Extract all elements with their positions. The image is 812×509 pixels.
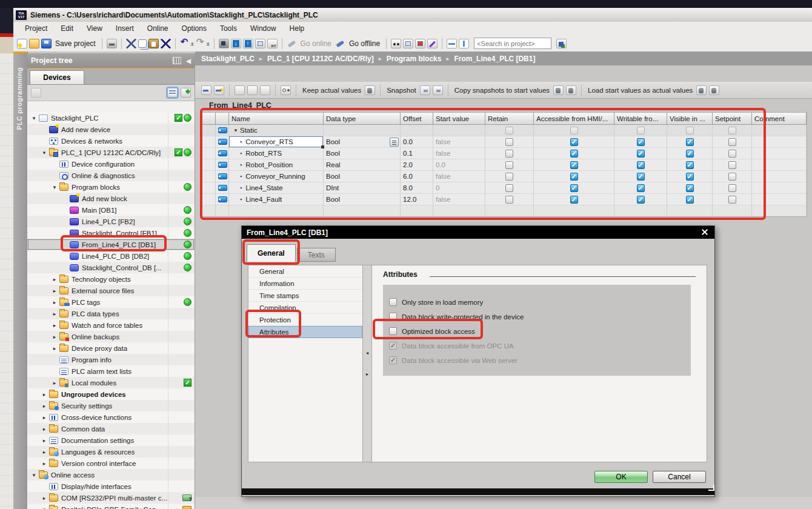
expand-toggle-icon[interactable]: ▾ bbox=[231, 127, 240, 133]
col-header-start-value[interactable]: Start value bbox=[433, 113, 485, 125]
copy-snapshots-setpoints-icon[interactable] bbox=[566, 85, 576, 95]
retain-checkbox[interactable] bbox=[505, 196, 513, 204]
redo-icon[interactable] bbox=[196, 39, 206, 48]
tree-item-version-control-interface[interactable]: ▸Version control interface bbox=[27, 457, 195, 469]
save-project-label[interactable]: Save project bbox=[53, 39, 98, 48]
cell-offset[interactable]: 0.1 bbox=[401, 148, 433, 159]
tree-item-add-new-device[interactable]: Add new device bbox=[27, 124, 195, 135]
tree-item-device-configuration[interactable]: Device configuration bbox=[27, 158, 195, 170]
tree-item-program-blocks[interactable]: ▾Program blocks bbox=[27, 181, 195, 193]
cell-offset[interactable]: 0.0 bbox=[401, 136, 433, 148]
add-row-icon[interactable] bbox=[214, 85, 224, 95]
cell-start-value[interactable]: false bbox=[433, 194, 485, 205]
open-element-icon[interactable] bbox=[181, 88, 191, 98]
cell-name[interactable]: ▪Conveyor_RTS bbox=[229, 136, 324, 148]
menu-insert[interactable]: Insert bbox=[109, 23, 141, 34]
breadcrumb-stacklight-plc[interactable]: Stacklight_PLC bbox=[201, 55, 255, 63]
retain-checkbox[interactable] bbox=[505, 161, 513, 169]
breadcrumb-from-line4-plc-db1[interactable]: From_Line4_PLC [DB1] bbox=[454, 55, 535, 63]
go-offline-label[interactable]: Go offline bbox=[347, 39, 382, 48]
close-icon[interactable] bbox=[701, 228, 710, 237]
cell-start-value[interactable]: 0 bbox=[433, 182, 485, 194]
writable-from-hmi-checkbox[interactable] bbox=[637, 184, 645, 192]
ok-button[interactable]: OK bbox=[594, 471, 648, 483]
dropdown-marker-icon[interactable]: ± bbox=[191, 41, 194, 47]
table-row-line4-fault[interactable]: ▪Line4_FaultBool12.0false bbox=[202, 194, 807, 205]
cell-start-value[interactable]: false bbox=[433, 171, 485, 182]
expand-all-members-icon[interactable] bbox=[260, 85, 270, 95]
writable-from-hmi-checkbox[interactable] bbox=[637, 173, 645, 181]
visible-in-hmi-checkbox[interactable] bbox=[686, 150, 694, 158]
download-icon[interactable] bbox=[231, 39, 241, 48]
go-online-label[interactable]: Go online bbox=[299, 39, 333, 48]
cell-data-type[interactable]: Bool bbox=[324, 171, 401, 182]
split-editor-horizontal-icon[interactable] bbox=[447, 39, 457, 48]
expand-toggle-icon[interactable]: ▸ bbox=[50, 299, 59, 305]
accessible-from-hmi-checkbox[interactable] bbox=[570, 196, 578, 204]
cross-reference-icon[interactable] bbox=[427, 39, 438, 48]
setpoint-checkbox[interactable] bbox=[728, 138, 736, 146]
cell-comment[interactable] bbox=[752, 159, 807, 171]
expand-toggle-icon[interactable]: ▾ bbox=[50, 184, 59, 190]
setpoint-checkbox[interactable] bbox=[728, 150, 736, 158]
only-store-in-load-memory-checkbox[interactable] bbox=[389, 298, 397, 306]
cell-comment[interactable] bbox=[752, 136, 807, 148]
dialog-nav-protection[interactable]: Protection bbox=[248, 314, 362, 326]
add-folder-icon[interactable] bbox=[31, 88, 41, 98]
tree-item-plc-tags[interactable]: ▸PLC tags bbox=[27, 296, 195, 308]
cell-offset[interactable]: 2.0 bbox=[401, 159, 433, 171]
tree-item-plc-alarm-text-lists[interactable]: PLC alarm text lists bbox=[27, 365, 195, 377]
attribute-only-store-in-load-memory[interactable]: Only store in load memory bbox=[389, 298, 691, 306]
tree-item-device-proxy-data[interactable]: ▸Device proxy data bbox=[27, 342, 195, 354]
initialize-setpoints-icon[interactable] bbox=[247, 85, 258, 95]
delete-icon[interactable] bbox=[161, 39, 171, 48]
accessible-from-hmi-checkbox[interactable] bbox=[570, 138, 578, 146]
menu-edit[interactable]: Edit bbox=[54, 23, 80, 34]
expand-toggle-icon[interactable]: ▸ bbox=[50, 311, 59, 317]
visible-in-hmi-checkbox[interactable] bbox=[686, 161, 694, 169]
panel-options-icon[interactable] bbox=[173, 57, 181, 64]
go-offline-plug-icon[interactable] bbox=[335, 39, 345, 48]
open-project-icon[interactable] bbox=[29, 39, 39, 48]
tree-item-local-modules[interactable]: ▸Local modules✓ bbox=[27, 377, 195, 388]
tree-item-stacklight-control-fb1[interactable]: Stacklight_Control [FB1] bbox=[27, 227, 195, 239]
collapse-panel-icon[interactable]: ◀ bbox=[186, 58, 191, 64]
col-header-comment[interactable]: Comment bbox=[752, 113, 807, 125]
tree-item-devices-networks[interactable]: Devices & networks bbox=[27, 135, 195, 147]
cell-comment[interactable] bbox=[752, 194, 807, 205]
side-tab-plc-programming[interactable]: PLC programming bbox=[13, 52, 28, 509]
accessible-from-hmi-checkbox[interactable] bbox=[570, 173, 578, 181]
tree-item-stacklight-control-db[interactable]: Stacklight_Control_DB [... bbox=[27, 262, 195, 273]
tree-item-line4-plc-fb2[interactable]: Line4_PLC [FB2] bbox=[27, 216, 195, 227]
cell-data-type[interactable] bbox=[324, 125, 401, 136]
col-header-setpoint[interactable]: Setpoint bbox=[713, 113, 752, 125]
menu-view[interactable]: View bbox=[80, 23, 109, 34]
dialog-nav-attributes[interactable]: Attributes bbox=[248, 326, 362, 338]
dialog-nav-compilation[interactable]: Compilation bbox=[248, 302, 362, 314]
tree-item-security-settings[interactable]: ▸Security settings bbox=[27, 400, 195, 411]
snapshot-icon[interactable] bbox=[420, 85, 430, 95]
accessible-from-hmi-checkbox[interactable] bbox=[570, 161, 578, 169]
cell-offset[interactable]: 8.0 bbox=[401, 182, 433, 194]
data-type-picker-button[interactable] bbox=[390, 138, 399, 147]
col-header-retain[interactable]: Retain bbox=[485, 113, 534, 125]
tree-item-online-diagnostics[interactable]: Online & diagnostics bbox=[27, 170, 195, 181]
col-header-visible-in[interactable]: Visible in ... bbox=[667, 113, 713, 125]
insert-row-icon[interactable] bbox=[201, 85, 211, 95]
cell-name[interactable]: ▾Static bbox=[229, 125, 324, 136]
monitor-all-icon[interactable] bbox=[281, 85, 291, 95]
expand-toggle-icon[interactable]: ▸ bbox=[40, 403, 48, 409]
undo-icon[interactable] bbox=[180, 39, 190, 48]
col-header-accessible-from-hmi[interactable]: Accessible from HMI/... bbox=[534, 113, 614, 125]
tree-item-from-line4-plc-db1[interactable]: From_Line4_PLC [DB1] bbox=[27, 239, 195, 250]
dialog-nav-general[interactable]: General bbox=[248, 265, 362, 278]
expand-toggle-icon[interactable]: ▸ bbox=[40, 461, 48, 467]
writable-from-hmi-checkbox[interactable] bbox=[637, 196, 645, 204]
splitter-right-arrow-icon[interactable]: ▸ bbox=[366, 371, 368, 377]
tree-item-line4-plc-db-db2[interactable]: Line4_PLC_DB [DB2] bbox=[27, 250, 195, 262]
data-block-write-protected-in-the-device-checkbox[interactable] bbox=[389, 313, 397, 321]
expand-toggle-icon[interactable]: ▸ bbox=[40, 495, 48, 501]
dialog-tab-general[interactable]: General bbox=[247, 244, 296, 262]
tree-item-stacklight-plc[interactable]: ▾Stacklight_PLC✓ bbox=[27, 112, 195, 124]
cell-comment[interactable] bbox=[752, 148, 807, 159]
